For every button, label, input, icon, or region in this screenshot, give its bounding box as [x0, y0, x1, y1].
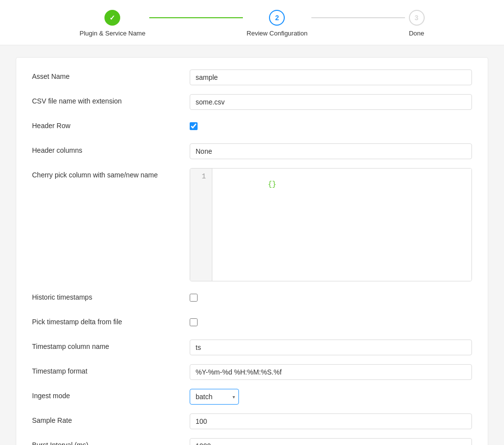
header-columns-label: Header columns	[32, 143, 190, 154]
historic-timestamps-control	[190, 290, 472, 304]
connector-2-3	[311, 17, 404, 18]
cherry-pick-control: 1 {}	[190, 168, 472, 281]
step-1-label: Plugin & Service Name	[80, 30, 146, 37]
code-content[interactable]: {}	[212, 169, 471, 281]
timestamp-format-input[interactable]	[190, 364, 472, 380]
burst-interval-control	[190, 438, 472, 445]
step-1-circle: ✓	[104, 10, 120, 26]
pick-timestamp-label: Pick timestamp delta from file	[32, 315, 190, 326]
ingest-mode-control: batch streaming once ▾	[190, 389, 472, 405]
historic-timestamps-checkbox[interactable]	[190, 294, 198, 302]
stepper: ✓ Plugin & Service Name 2 Review Configu…	[80, 10, 425, 37]
csv-label: CSV file name with extension	[32, 94, 190, 105]
historic-timestamps-label: Historic timestamps	[32, 290, 190, 301]
header-row-label: Header Row	[32, 119, 190, 130]
step-2: 2 Review Configuration	[247, 10, 308, 37]
timestamp-format-control	[190, 364, 472, 380]
step-2-label: Review Configuration	[247, 30, 308, 37]
step-2-circle: 2	[269, 10, 285, 26]
line-numbers: 1	[190, 169, 212, 281]
csv-row: CSV file name with extension	[32, 94, 472, 110]
historic-timestamps-row: Historic timestamps	[32, 290, 472, 306]
header-row-control	[190, 119, 472, 132]
asset-name-control	[190, 69, 472, 85]
ingest-mode-label: Ingest mode	[32, 389, 190, 400]
header-row-row: Header Row	[32, 119, 472, 135]
cherry-pick-label: Cherry pick column with same/new name	[32, 168, 190, 179]
csv-control	[190, 94, 472, 110]
timestamp-column-control	[190, 340, 472, 355]
header-columns-input[interactable]	[190, 143, 472, 159]
header-columns-control	[190, 143, 472, 159]
step-3-circle: 3	[409, 10, 425, 26]
pick-timestamp-checkbox[interactable]	[190, 318, 198, 326]
connector-1-2	[149, 17, 242, 18]
timestamp-format-label: Timestamp format	[32, 364, 190, 375]
burst-interval-input[interactable]	[190, 438, 472, 445]
stepper-container: ✓ Plugin & Service Name 2 Review Configu…	[0, 0, 504, 45]
sample-rate-row: Sample Rate	[32, 413, 472, 429]
step-3: 3 Done	[409, 10, 425, 37]
header-columns-row: Header columns	[32, 143, 472, 159]
ingest-mode-wrapper: batch streaming once ▾	[190, 389, 239, 405]
code-editor: 1 {}	[190, 168, 472, 281]
step-1: ✓ Plugin & Service Name	[80, 10, 146, 37]
pick-timestamp-control	[190, 315, 472, 328]
form-card: Asset Name CSV file name with extension …	[16, 57, 488, 445]
ingest-mode-select[interactable]: batch streaming once	[190, 389, 239, 405]
burst-interval-label: Burst Interval (ms)	[32, 438, 190, 445]
step-3-label: Done	[409, 30, 424, 37]
cherry-pick-row: Cherry pick column with same/new name 1 …	[32, 168, 472, 281]
burst-interval-row: Burst Interval (ms)	[32, 438, 472, 445]
sample-rate-label: Sample Rate	[32, 413, 190, 424]
csv-input[interactable]	[190, 94, 472, 110]
asset-name-input[interactable]	[190, 69, 472, 85]
timestamp-column-label: Timestamp column name	[32, 340, 190, 350]
ingest-mode-row: Ingest mode batch streaming once ▾	[32, 389, 472, 405]
main-content: Asset Name CSV file name with extension …	[0, 45, 504, 445]
timestamp-column-input[interactable]	[190, 340, 472, 355]
timestamp-column-row: Timestamp column name	[32, 340, 472, 355]
timestamp-format-row: Timestamp format	[32, 364, 472, 380]
pick-timestamp-row: Pick timestamp delta from file	[32, 315, 472, 331]
asset-name-row: Asset Name	[32, 69, 472, 85]
sample-rate-control	[190, 413, 472, 429]
asset-name-label: Asset Name	[32, 69, 190, 80]
header-row-checkbox[interactable]	[190, 122, 198, 130]
sample-rate-input[interactable]	[190, 413, 472, 429]
